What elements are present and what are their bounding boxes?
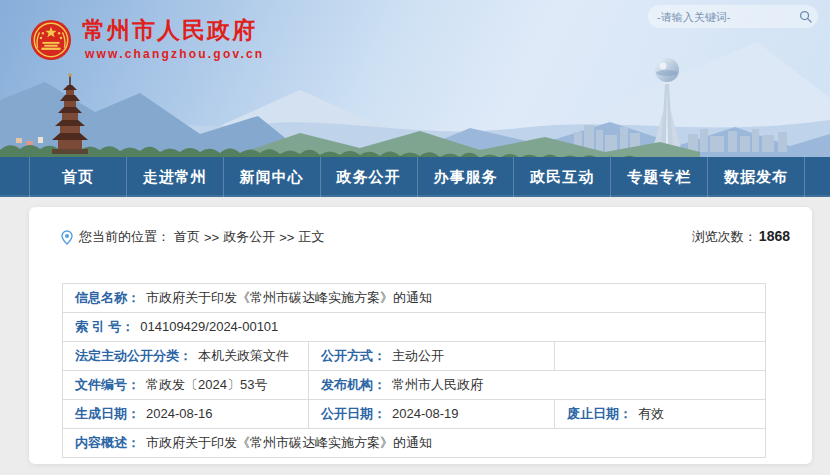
nav-item-about-changzhou[interactable]: 走进常州 — [127, 157, 224, 197]
search-icon[interactable] — [799, 10, 812, 23]
page-area: 您当前的位置： 首页 >> 政务公开 >> 正文 浏览次数：1868 信息名称：… — [0, 197, 830, 475]
field-label: 内容概述： — [75, 435, 140, 450]
field-label: 索 引 号： — [75, 319, 134, 334]
breadcrumb-separator: >> — [204, 230, 219, 245]
table-cell: 文件编号：常政发〔2024〕53号 — [63, 371, 309, 400]
table-cell: 索 引 号：014109429/2024-00101 — [63, 313, 766, 342]
national-emblem-icon — [30, 19, 72, 61]
nav-item-services[interactable]: 办事服务 — [418, 157, 515, 197]
breadcrumb-current: 正文 — [298, 228, 324, 246]
breadcrumb-label: 您当前的位置： — [79, 228, 170, 246]
content-card: 您当前的位置： 首页 >> 政务公开 >> 正文 浏览次数：1868 信息名称：… — [29, 207, 812, 464]
breadcrumb-row: 您当前的位置： 首页 >> 政务公开 >> 正文 浏览次数：1868 — [29, 207, 812, 246]
table-row: 信息名称：市政府关于印发《常州市碳达峰实施方案》的通知 — [63, 284, 766, 313]
table-cell: 法定主动公开分类：本机关政策文件 — [63, 342, 309, 371]
table-cell: 发布机构：常州市人民政府 — [309, 371, 766, 400]
table-cell: 生成日期：2024-08-16 — [63, 400, 309, 429]
breadcrumb: 您当前的位置： 首页 >> 政务公开 >> 正文 — [60, 228, 324, 246]
nav-item-interaction[interactable]: 政民互动 — [514, 157, 611, 197]
view-counter: 浏览次数：1868 — [692, 228, 790, 246]
search-box[interactable] — [648, 5, 818, 28]
table-cell: 废止日期：有效 — [555, 400, 766, 429]
breadcrumb-link-home[interactable]: 首页 — [174, 228, 200, 246]
field-value: 常政发〔2024〕53号 — [146, 377, 267, 392]
field-value: 2024-08-19 — [392, 406, 459, 421]
field-label: 废止日期： — [567, 406, 632, 421]
site-url: www.changzhou.gov.cn — [85, 47, 264, 61]
nav-item-news-center[interactable]: 新闻中心 — [224, 157, 321, 197]
field-label: 发布机构： — [321, 377, 386, 392]
breadcrumb-separator: >> — [279, 230, 294, 245]
field-value: 市政府关于印发《常州市碳达峰实施方案》的通知 — [146, 435, 432, 450]
field-label: 法定主动公开分类： — [75, 348, 192, 363]
site-title: 常州市人民政府 — [82, 16, 264, 44]
table-cell — [555, 342, 766, 371]
view-counter-label: 浏览次数： — [692, 229, 757, 244]
info-table-body: 信息名称：市政府关于印发《常州市碳达峰实施方案》的通知索 引 号：0141094… — [63, 284, 766, 458]
table-row: 文件编号：常政发〔2024〕53号发布机构：常州市人民政府 — [63, 371, 766, 400]
field-label: 生成日期： — [75, 406, 140, 421]
field-value: 2024-08-16 — [146, 406, 213, 421]
location-pin-icon — [60, 230, 74, 245]
breadcrumb-link-gov-affairs[interactable]: 政务公开 — [223, 228, 275, 246]
logo-text: 常州市人民政府 www.changzhou.gov.cn — [82, 16, 264, 61]
table-row: 法定主动公开分类：本机关政策文件公开方式：主动公开 — [63, 342, 766, 371]
table-cell: 公开日期：2024-08-19 — [309, 400, 555, 429]
field-value: 本机关政策文件 — [198, 348, 289, 363]
table-cell: 内容概述：市政府关于印发《常州市碳达峰实施方案》的通知 — [63, 429, 766, 458]
site-header: 常州市人民政府 www.changzhou.gov.cn — [0, 0, 830, 157]
nav-item-home[interactable]: 首页 — [29, 157, 127, 197]
field-value: 014109429/2024-00101 — [140, 319, 278, 334]
table-cell: 信息名称：市政府关于印发《常州市碳达峰实施方案》的通知 — [63, 284, 766, 313]
site-logo[interactable]: 常州市人民政府 www.changzhou.gov.cn — [30, 16, 264, 61]
field-value: 常州市人民政府 — [392, 377, 483, 392]
search-input[interactable] — [657, 11, 799, 23]
nav-item-gov-affairs[interactable]: 政务公开 — [321, 157, 418, 197]
field-label: 公开方式： — [321, 348, 386, 363]
main-nav: 首页 走进常州 新闻中心 政务公开 办事服务 政民互动 专题专栏 数据发布 — [0, 157, 830, 197]
field-value: 有效 — [638, 406, 664, 421]
table-cell: 公开方式：主动公开 — [309, 342, 555, 371]
nav-item-special-topics[interactable]: 专题专栏 — [611, 157, 708, 197]
field-value: 市政府关于印发《常州市碳达峰实施方案》的通知 — [146, 290, 432, 305]
table-row: 索 引 号：014109429/2024-00101 — [63, 313, 766, 342]
field-label: 文件编号： — [75, 377, 140, 392]
table-row: 内容概述：市政府关于印发《常州市碳达峰实施方案》的通知 — [63, 429, 766, 458]
main-nav-inner: 首页 走进常州 新闻中心 政务公开 办事服务 政民互动 专题专栏 数据发布 — [29, 157, 805, 197]
field-value: 主动公开 — [392, 348, 444, 363]
nav-item-data-release[interactable]: 数据发布 — [708, 157, 805, 197]
view-counter-value: 1868 — [759, 228, 790, 244]
page: 常州市人民政府 www.changzhou.gov.cn 首页 走进常州 新闻中… — [0, 0, 830, 475]
field-label: 信息名称： — [75, 290, 140, 305]
field-label: 公开日期： — [321, 406, 386, 421]
document-info-table: 信息名称：市政府关于印发《常州市碳达峰实施方案》的通知索 引 号：0141094… — [62, 283, 766, 458]
table-row: 生成日期：2024-08-16公开日期：2024-08-19废止日期：有效 — [63, 400, 766, 429]
